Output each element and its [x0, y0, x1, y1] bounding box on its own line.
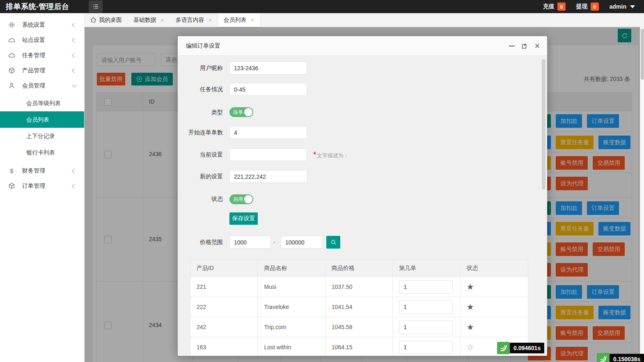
tab-close-icon[interactable]: ×: [209, 17, 212, 23]
nickname-input[interactable]: [229, 62, 307, 74]
chevron-left-icon: [72, 38, 76, 42]
new-setting-input[interactable]: [229, 170, 307, 183]
withdraw-menu[interactable]: 提现 0: [576, 2, 599, 11]
price-range-label: 价格范围: [178, 236, 223, 249]
dialog-scrollbar-thumb[interactable]: [542, 59, 545, 190]
price-max-input[interactable]: [281, 236, 322, 249]
username: admin: [610, 3, 626, 10]
sidebar-item-bank-card-list[interactable]: 银行卡列表: [0, 144, 84, 161]
sidebar-item-task-management[interactable]: 任务管理: [0, 48, 84, 63]
chevron-down-icon: [72, 83, 76, 87]
order-number-input[interactable]: [399, 320, 453, 334]
product-table: 产品ID 商品名称 商品价格 第几单 状态 221 Musi 1037.50 ★…: [190, 260, 528, 356]
dialog-title: 编辑订单设置: [186, 36, 220, 55]
list-icon: [92, 3, 99, 10]
close-icon[interactable]: ×: [534, 43, 541, 49]
top-header: 排单系统-管理后台 充值 0 提现 0 admin: [0, 0, 644, 13]
price-range-separator: -: [273, 236, 275, 249]
home-icon: [90, 17, 96, 23]
tab-multilang[interactable]: 多语言内容 ×: [170, 13, 218, 27]
member-submenu: 会员等级列表 会员列表 上下分记录 银行卡列表: [0, 93, 84, 163]
product-name: Traveloke: [258, 297, 325, 317]
recharge-count-badge: 0: [557, 2, 566, 11]
tab-bar: 我的桌面 基础数据 × 多语言内容 × 会员列表 ×: [85, 13, 644, 27]
current-setting-input[interactable]: [229, 148, 307, 161]
cube-icon: [8, 67, 15, 74]
withdraw-label: 提现: [576, 3, 588, 10]
search-icon: [330, 239, 337, 245]
gear-icon: [8, 21, 15, 28]
user-menu[interactable]: admin: [610, 3, 635, 10]
chevron-left-icon: [72, 68, 76, 73]
product-id: 222: [190, 297, 258, 317]
tab-label: 我的桌面: [99, 16, 122, 24]
start-count-label: 开始连单单数: [178, 126, 223, 139]
sidebar-item-score-records[interactable]: 上下分记录: [0, 128, 84, 144]
sidebar-item-finance-management[interactable]: $ 财务管理: [0, 163, 84, 178]
tab-label: 多语言内容: [176, 16, 204, 24]
new-setting-label: 新的设置: [178, 170, 223, 183]
toggle-knob: [244, 108, 252, 116]
sidebar-item-order-management[interactable]: 订单管理: [0, 178, 84, 194]
scrollbar-thumb[interactable]: [641, 29, 644, 80]
sidebar-toggle-button[interactable]: [89, 0, 103, 13]
trace-logo-icon[interactable]: [597, 353, 610, 362]
sidebar-item-member-level-list[interactable]: 会员等级列表: [0, 95, 84, 111]
chevron-left-icon: [72, 23, 76, 27]
withdraw-count-badge: 0: [591, 2, 599, 11]
product-name: Musi: [258, 277, 325, 297]
page-render-time: 0.094601s: [510, 343, 544, 353]
recharge-label: 充值: [543, 3, 555, 10]
status-toggle[interactable]: 启用: [229, 194, 253, 204]
cloud-icon: [8, 37, 15, 44]
dollar-icon: $: [8, 167, 15, 174]
order-number-input[interactable]: [399, 280, 453, 294]
edit-order-settings-dialog: 编辑订单设置 × 用户昵称 任务情况 类型 连单 开始连单单数 当前设置 *文字…: [178, 36, 547, 356]
sidebar-item-system-settings[interactable]: 系统设置: [0, 17, 84, 32]
trace-logo-icon[interactable]: [497, 342, 510, 354]
sidebar-item-member-list[interactable]: 会员列表: [0, 111, 84, 128]
maximize-icon[interactable]: [521, 43, 528, 49]
recharge-menu[interactable]: 充值 0: [543, 2, 566, 11]
sidebar-item-member-management[interactable]: 会员管理: [0, 78, 84, 93]
product-price: 1037.50: [325, 277, 393, 297]
dialog-header: 编辑订单设置 ×: [178, 36, 547, 55]
minimize-icon[interactable]: [509, 43, 515, 49]
tab-desktop[interactable]: 我的桌面: [85, 13, 128, 27]
star-icon[interactable]: ★: [467, 322, 474, 332]
tab-close-icon[interactable]: ×: [251, 17, 254, 23]
product-id: 163: [190, 337, 258, 356]
person-icon: [8, 82, 15, 89]
product-row: 163 Lost within 1064.15 ☆: [190, 337, 528, 356]
tab-label: 会员列表: [224, 16, 247, 24]
star-icon[interactable]: ★: [467, 282, 474, 292]
tab-close-icon[interactable]: ×: [160, 17, 164, 23]
task-status-label: 任务情况: [178, 83, 223, 96]
order-number-input[interactable]: [399, 300, 453, 314]
chevron-left-icon: [72, 53, 76, 58]
product-price: 1064.15: [325, 337, 393, 356]
price-min-input[interactable]: [229, 236, 271, 249]
toggle-knob: [244, 195, 252, 203]
start-count-input[interactable]: [229, 126, 307, 139]
cloud-icon: [8, 52, 15, 59]
price-search-button[interactable]: [326, 236, 340, 249]
chevron-left-icon: [72, 168, 76, 173]
product-row: 222 Traveloke 1041.54 ★: [190, 297, 528, 317]
page-scrollbar[interactable]: [640, 27, 644, 362]
tab-basic-data[interactable]: 基础数据 ×: [128, 13, 170, 27]
product-table-header: 产品ID 商品名称 商品价格 第几单 状态: [190, 260, 528, 277]
star-icon[interactable]: ☆: [467, 342, 474, 352]
order-number-input[interactable]: [399, 341, 453, 354]
product-price: 1045.58: [325, 317, 393, 337]
sidebar-item-product-management[interactable]: 产品管理: [0, 63, 84, 78]
star-icon[interactable]: ★: [467, 302, 474, 312]
sidebar-item-site-settings[interactable]: 站点设置: [0, 32, 84, 48]
product-id: 242: [190, 317, 258, 337]
type-toggle[interactable]: 连单: [229, 107, 253, 117]
text-description-hint: *文字描述为：: [313, 148, 349, 162]
task-status-input[interactable]: [229, 83, 307, 96]
product-name: Trip,com: [258, 317, 325, 337]
save-settings-button[interactable]: 保存设置: [229, 212, 258, 225]
tab-member-list[interactable]: 会员列表 ×: [218, 13, 260, 27]
